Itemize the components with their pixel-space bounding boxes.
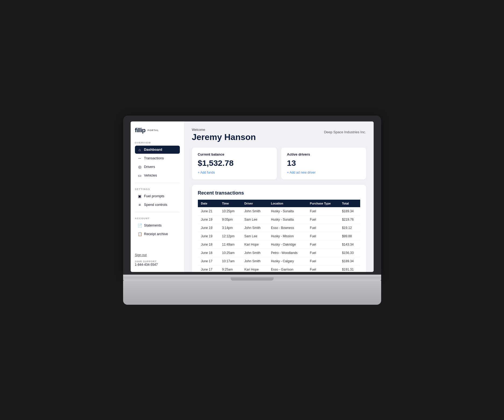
cell-total: $189.34: [339, 257, 360, 265]
col-time: Time: [219, 200, 241, 207]
cell-time: 10:25am: [219, 249, 241, 257]
cell-total: $99.88: [339, 232, 360, 240]
drivers-card-label: Active drivers: [287, 152, 360, 156]
sidebar-item-vehicles[interactable]: ▭ Vehicles: [135, 171, 180, 180]
table-row: June 193:14pmJohn SmithEsso - BownessFue…: [198, 224, 360, 232]
cell-driver: Kari Hope: [241, 240, 268, 249]
sidebar-item-receipt-archive[interactable]: 📋 Receipt archive: [135, 230, 180, 238]
drivers-card: Active drivers 13 + Add ad new driver: [281, 148, 366, 180]
sidebar-item-fuel-prompts-label: Fuel prompts: [144, 194, 165, 198]
nav-divider-2: [135, 212, 180, 212]
settings-section-label: SETTINGS: [135, 188, 180, 191]
dashboard-icon: ⌂: [138, 148, 142, 152]
transactions-title: Recent transactions: [198, 190, 360, 196]
sidebar-item-statements-label: Statements: [144, 223, 162, 227]
drivers-card-value: 13: [287, 159, 360, 168]
user-name: Jeremy Hanson: [192, 132, 256, 142]
sidebar-item-vehicles-label: Vehicles: [144, 173, 157, 177]
cell-location: Petro - Woodlands: [268, 249, 307, 257]
table-row: June 1912:12pmSam LeeHusky - MissionFuel…: [198, 232, 360, 240]
sidebar-item-drivers[interactable]: ◎ Drivers: [135, 163, 180, 171]
spend-controls-icon: ≡: [138, 203, 142, 207]
cards-row: Current balance $1,532.78 + Add funds Ac…: [192, 148, 366, 180]
laptop-screen-bezel: fillip PORTAL OVERVIEW ⌂ Dashboard ↔ Tra…: [123, 116, 381, 275]
add-driver-link[interactable]: + Add ad new driver: [287, 171, 316, 174]
balance-card: Current balance $1,532.78 + Add funds: [192, 148, 277, 180]
overview-section-label: OVERVIEW: [135, 141, 180, 144]
cell-location: Husky - Oakridge: [268, 240, 307, 249]
cell-time: 3:14pm: [219, 224, 241, 232]
cell-driver: Sam Lee: [241, 215, 268, 224]
cell-driver: John Smith: [241, 207, 268, 216]
cell-total: $189.34: [339, 207, 360, 216]
cell-total: $156.33: [339, 249, 360, 257]
laptop-keyboard-area: [123, 281, 381, 305]
cell-purchase_type: Fuel: [307, 215, 339, 224]
sidebar-item-transactions[interactable]: ↔ Transactions: [135, 154, 180, 162]
transactions-card: Recent transactions Date Time Driver Loc…: [192, 185, 366, 272]
logo-text: fillip: [135, 127, 145, 134]
sign-out-link[interactable]: Sign out: [135, 253, 180, 257]
cell-date: June 17: [198, 265, 219, 272]
laptop-wrapper: fillip PORTAL OVERVIEW ⌂ Dashboard ↔ Tra…: [123, 116, 381, 305]
table-row: June 1810:25amJohn SmithPetro - Woodland…: [198, 249, 360, 257]
cell-date: June 19: [198, 215, 219, 224]
laptop-base: [123, 275, 381, 281]
transactions-table: Date Time Driver Location Purchase Type …: [198, 200, 360, 272]
col-total: Total: [339, 200, 360, 207]
cell-location: Esso - Garrison: [268, 265, 307, 272]
cell-purchase_type: Fuel: [307, 207, 339, 216]
cell-time: 9:05pm: [219, 215, 241, 224]
table-row: June 199:05pmSam LeeHusky - SunaltaFuel$…: [198, 215, 360, 224]
company-name: Deep Space Industries Inc.: [324, 130, 366, 134]
cell-date: June 18: [198, 249, 219, 257]
cell-location: Esso - Bowness: [268, 224, 307, 232]
cell-driver: Sam Lee: [241, 232, 268, 240]
cell-driver: John Smith: [241, 249, 268, 257]
support-phone: 1-844-434-5547: [135, 263, 180, 267]
vehicles-icon: ▭: [138, 173, 142, 178]
sidebar-item-drivers-label: Drivers: [144, 165, 155, 169]
support-label: 24HR SUPPORT: [135, 260, 180, 263]
sidebar-item-dashboard-label: Dashboard: [144, 148, 162, 152]
cell-location: Husky - Calgary: [268, 257, 307, 265]
welcome-label: Welcome: [192, 128, 256, 132]
table-row: June 1811:49amKari HopeHusky - OakridgeF…: [198, 240, 360, 249]
cell-date: June 19: [198, 232, 219, 240]
sidebar-item-statements[interactable]: 📄 Statements: [135, 221, 180, 229]
cell-date: June 19: [198, 224, 219, 232]
nav-divider-1: [135, 183, 180, 183]
user-info: Welcome Jeremy Hanson: [192, 128, 256, 142]
cell-date: June 21: [198, 207, 219, 216]
sidebar-item-fuel-prompts[interactable]: ▣ Fuel prompts: [135, 192, 180, 200]
sidebar-item-dashboard[interactable]: ⌂ Dashboard: [135, 146, 180, 154]
cell-purchase_type: Fuel: [307, 224, 339, 232]
cell-purchase_type: Fuel: [307, 240, 339, 249]
sidebar-item-spend-controls[interactable]: ≡ Spend controls: [135, 201, 180, 209]
cell-total: $191.31: [339, 265, 360, 272]
cell-location: Husky - Sunalta: [268, 215, 307, 224]
cell-date: June 17: [198, 257, 219, 265]
cell-driver: Kari Hope: [241, 265, 268, 272]
table-row: June 2110:25pmJohn SmithHusky - SunaltaF…: [198, 207, 360, 216]
table-header-row: Date Time Driver Location Purchase Type …: [198, 200, 360, 207]
cell-time: 11:49am: [219, 240, 241, 249]
cell-purchase_type: Fuel: [307, 249, 339, 257]
col-driver: Driver: [241, 200, 268, 207]
cell-purchase_type: Fuel: [307, 257, 339, 265]
cell-driver: John Smith: [241, 224, 268, 232]
fuel-prompts-icon: ▣: [138, 194, 142, 198]
add-funds-link[interactable]: + Add funds: [198, 171, 215, 174]
transactions-icon: ↔: [138, 156, 142, 160]
cell-total: $143.34: [339, 240, 360, 249]
statements-icon: 📄: [138, 223, 142, 228]
col-date: Date: [198, 200, 219, 207]
cell-total: $219.76: [339, 215, 360, 224]
logo-portal: PORTAL: [148, 129, 159, 132]
logo-area: fillip PORTAL: [135, 127, 180, 134]
sidebar-item-transactions-label: Transactions: [144, 156, 164, 160]
sidebar-bottom: Sign out 24HR SUPPORT 1-844-434-5547: [135, 249, 180, 267]
cell-time: 9:25am: [219, 265, 241, 272]
cell-purchase_type: Fuel: [307, 265, 339, 272]
balance-card-label: Current balance: [198, 152, 271, 156]
